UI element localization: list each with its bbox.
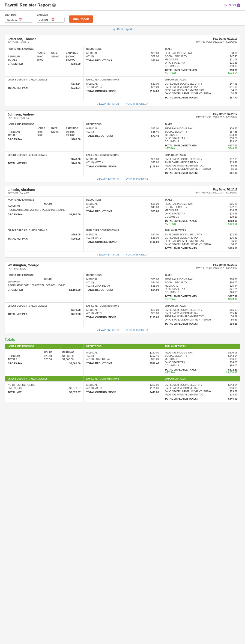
void-check-0[interactable]: VOID THIS CHECK — [126, 102, 148, 105]
tax-row: COLUMBUS $23.13 — [165, 140, 237, 143]
action-row-1: VIEW/PRINT STUB VOID THIS CHECK — [5, 176, 240, 182]
totals-ert-total-value: $346.91 — [228, 397, 237, 400]
total-ded-row-3: TOTAL DEDUCTIONS: $94.00 — [86, 288, 159, 291]
totals-ded-col: MEDICAL$140.00401(K)$162.40401(K) LOAN R… — [83, 349, 162, 376]
totals-ec-header: EMPLOYER CONTRIBUTIONS — [83, 376, 162, 381]
ded-col-3: DEDUCTIONS MEDICAL $35.00 401(K) $44.00 … — [83, 272, 162, 302]
help-icon[interactable]: ? — [52, 4, 56, 7]
ded-row: MEDICAL $35.00 — [86, 278, 159, 280]
totals-data-row: COLUMBUS$98.02 — [165, 364, 237, 367]
void-check-3[interactable]: VOID THIS CHECK — [126, 328, 148, 331]
tax-row: SOCIAL SECURITY $72.23 — [165, 206, 237, 208]
view-print-stub-2[interactable]: VIEW/PRINT STUB — [97, 253, 119, 256]
et-row: EMPLOYER MEDICARE TAX $16.89 — [165, 236, 237, 239]
he-col-2: HOURS AND EARNINGSHOURSEARNINGS REGULAR … — [5, 197, 83, 227]
totals-et-col: FEDERAL INCOME TAX$200.06SOCIAL SECURITY… — [162, 349, 240, 376]
tax-col-2: TAXES FEDERAL INCOME TAX $66.25 SOCIAL S… — [162, 197, 240, 227]
void-check-2[interactable]: VOID THIS CHECK — [126, 253, 148, 256]
tax-col-1: TAXES FEDERAL INCOME TAX $26.35 SOCIAL S… — [162, 121, 240, 152]
ec-row: MEDICAL $80.00 — [86, 82, 159, 85]
tax-col-0: TAXES FEDERAL INCOME TAX $8.88 SOCIAL SE… — [162, 46, 240, 76]
he-row: TOTALS 80.00 $1,100.00 — [38, 284, 65, 286]
totals-he-regular-row: REGULAR 320.00 $4,060.00 — [8, 355, 81, 358]
totals-table: HOURS AND EARNINGS DEDUCTIONS EMPLOYEE T… — [5, 344, 240, 402]
tax-row: SOCIAL SECURITY $66.03 — [165, 281, 237, 284]
tax-row: SOCIAL SECURITY $57.35 — [165, 130, 237, 133]
end-date-calendar-icon[interactable]: 📅 — [51, 18, 55, 22]
run-report-button[interactable]: Run Report — [69, 16, 93, 22]
emp-dates-3: Pay Date: 7/2/2017 PAY PERIOD: 6/12/2017… — [196, 263, 237, 269]
totals-data-row: OHIO STATE UNEMPLOYMENT (SUTA)$23.52 — [165, 390, 237, 393]
tax-row: MEDICARE $13.41 — [165, 134, 237, 136]
totals-gross-row: GROSS PAY: $4,060.00 — [8, 362, 81, 365]
view-print-stub-0[interactable]: VIEW/PRINT STUB — [97, 102, 119, 105]
bottom-grid-1: DIRECT DEPOSIT / CHECK DETAILS $749.60 T… — [5, 152, 240, 176]
totals-data-row: FEDERAL UNEMPLOYMENT TAX$23.52 — [165, 393, 237, 396]
bottom-grid-2: DIRECT DEPOSIT / CHECK DETAILS $908.05 T… — [5, 227, 240, 252]
ded-col-1: DEDUCTIONS MEDICAL $35.00 401(K) $38.40 … — [83, 121, 162, 152]
employee-section-2: Lincoln, Abraham PAY TYPE: SALARY Pay Da… — [5, 186, 240, 258]
start-date-calendar-icon[interactable]: 📅 — [19, 18, 22, 22]
end-date-input[interactable]: 7/2/2017 📅 — [37, 17, 65, 22]
view-print-stub-3[interactable]: VIEW/PRINT STUB — [97, 328, 119, 331]
ec-row: MEDICAL $80.00 — [86, 308, 159, 311]
et-row: EMPLOYER MEDICARE TAX $11.09 — [165, 86, 237, 88]
void-check-1[interactable]: VOID THIS CHECK — [126, 178, 148, 180]
net-pay-row-2: NET PAY: $908.05 — [165, 222, 237, 225]
hints-label: HINTS ON — [223, 4, 236, 7]
page-header: Payroll Register Report ? HINTS ON 2 — [0, 0, 245, 10]
total-ded-row-0: TOTAL DEDUCTIONS: $67.00 — [86, 59, 159, 62]
totals-ert-header: EMPLOYER TAXES — [162, 376, 240, 381]
totals-ert-col: EMPLOYER SOCIAL SECURITY$243.04EMPLOYER … — [162, 382, 240, 402]
totals-data-row: MEDICAL$140.00 — [86, 351, 159, 354]
totals-data-row: LIVE CHECK$3,070.37 — [8, 387, 81, 390]
totals-data-row: MEDICARE$56.83 — [165, 358, 237, 360]
tax-row: COLUMBUS $26.63 — [165, 291, 237, 294]
hints-badge: 2 — [237, 4, 240, 7]
total-et-row-3: TOTAL EMPLOYER TAXES: $94.25 — [165, 322, 237, 325]
dd-amount-2: $908.05 — [8, 233, 81, 236]
total-net-row-2: TOTAL NET PAY: $908.05 — [8, 237, 81, 240]
print-label: Print Report — [117, 28, 132, 31]
ded-row: MEDICAL $35.00 — [86, 202, 159, 205]
totals-regular-hours: 320.00 — [44, 355, 62, 358]
totals-dd-total-value: $3,070.37 — [69, 391, 81, 394]
dd-amount-0: $634.64 — [8, 82, 81, 85]
ded-row: 401(K) $32.00 — [86, 55, 159, 58]
totals-regular-earnings: $4,060.00 — [62, 355, 81, 358]
totals-et-total-label: TOTAL EMPLOYEE TAXES: — [165, 368, 197, 371]
ec-row: MEDICAL $80.00 — [86, 158, 159, 160]
et-row: OHIO STATE UNEMPLOYMENT (SUTA) $5.55 — [165, 168, 237, 170]
et-row: EMPLOYER SOCIAL SECURITY $72.23 — [165, 233, 237, 236]
employee-section-0: Jefferson, Thomas PAY TYPE: HOURLY Pay D… — [5, 35, 240, 107]
bottom-grid-0: DIRECT DEPOSIT / CHECK DETAILS $634.64 T… — [5, 76, 240, 101]
he-row: REGULAR 80.00 $1,200.00 — [8, 208, 38, 211]
totals-data-row: EMPLOYER MEDICARE TAX$56.83 — [165, 387, 237, 390]
tax-row: SOCIAL SECURITY $47.43 — [165, 55, 237, 58]
gross-row-1: GROSS PAY: $960.00 — [8, 138, 81, 141]
print-report-link[interactable]: 🖨 Print Report — [113, 28, 132, 31]
he-col-1: HOURS AND EARNINGSHOURSRATEEARNINGS REGU… — [5, 121, 83, 152]
hints-toggle[interactable]: HINTS ON 2 — [223, 4, 240, 7]
totals-data-row: MEDICAL$320.00 — [86, 384, 159, 386]
employee-section-3: Washington, George PAY TYPE: SALARY Pay … — [5, 261, 240, 333]
totals-title: Totals — [5, 338, 240, 342]
totals-ert-total-label: TOTAL EMPLOYER TAXES: — [165, 397, 198, 400]
totals-ert-total-row: TOTAL EMPLOYER TAXES: $346.91 — [165, 397, 237, 400]
totals-ec-total-label: TOTAL CONTRIBUTIONS: — [86, 391, 117, 394]
et-row: OHIO STATE UNEMPLOYMENT (SUTA) $4.59 — [165, 92, 237, 95]
start-date-input[interactable]: 7/2/2017 📅 — [5, 17, 32, 22]
totals-data-row: SOCIAL SECURITY$243.04 — [165, 354, 237, 357]
tax-row: FEDERAL INCOME TAX $98.58 — [165, 278, 237, 280]
he-col-0: HOURS AND EARNINGSHOURSRATEEARNINGS REGU… — [5, 46, 83, 76]
action-row-2: VIEW/PRINT STUB VOID THIS CHECK — [5, 252, 240, 257]
dd-amount-1: $749.60 — [8, 158, 81, 160]
et-row: EMPLOYER MEDICARE TAX $15.44 — [165, 312, 237, 314]
totals-ec-total-value: $441.80 — [150, 391, 159, 394]
printer-icon: 🖨 — [113, 28, 116, 31]
ded-row: 401(K) $48.00 — [86, 206, 159, 208]
view-print-stub-1[interactable]: VIEW/PRINT STUB — [97, 178, 119, 180]
net-pay-row-1: NET PAY: $749.60 — [165, 147, 237, 150]
total-emp-taxes-1: TOTAL EMPLOYEE TAXES: $137.00 — [165, 144, 237, 147]
ded-col-0: DEDUCTIONS MEDICAL $35.00 401(K) $32.00 … — [83, 46, 162, 76]
